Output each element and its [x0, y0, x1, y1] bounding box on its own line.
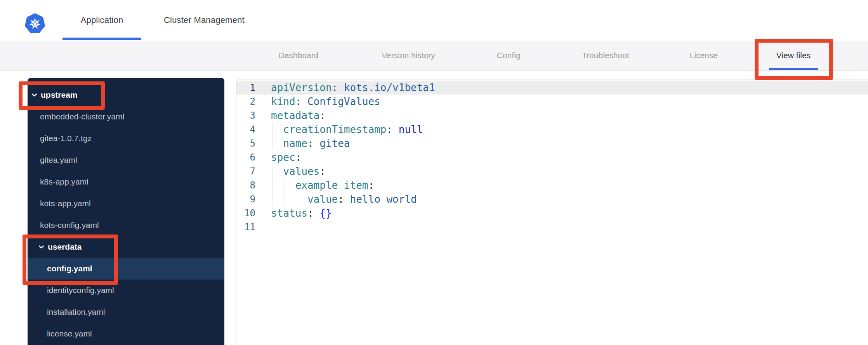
indent-guide — [273, 122, 273, 136]
tree-folder-upstream[interactable]: upstream — [28, 84, 224, 106]
code-line-content: value: hello world — [271, 192, 868, 206]
code-line-content — [271, 220, 868, 234]
code-line-5: 5 name: gitea — [236, 136, 868, 150]
line-number: 11 — [236, 222, 264, 233]
subnav-tab-license[interactable]: License — [690, 41, 718, 70]
token-p: : — [332, 82, 338, 93]
subnav-tab-dashboard[interactable]: Dashboard — [279, 41, 319, 70]
file-label: embedded-cluster.yaml — [40, 112, 124, 121]
token-plain — [301, 96, 307, 107]
indent-guide — [285, 178, 285, 192]
line-number: 8 — [236, 180, 264, 191]
code-line-6: 6spec: — [236, 150, 868, 164]
token-p: : — [386, 124, 392, 135]
code-line-content: creationTimestamp: null — [271, 122, 868, 136]
file-tree-sidebar: upstreamembedded-cluster.yamlgitea-1.0.7… — [28, 78, 224, 345]
file-label: k8s-app.yaml — [40, 177, 89, 186]
token-const: {} — [319, 207, 332, 219]
tree-file-config-yaml[interactable]: config.yaml — [28, 258, 224, 279]
tree-file-installation-yaml[interactable]: installation.yaml — [28, 301, 224, 323]
kubernetes-logo-icon — [24, 13, 45, 34]
line-number: 3 — [236, 110, 264, 121]
code-line-content: name: gitea — [271, 136, 868, 150]
code-line-content: spec: — [271, 150, 868, 164]
code-line-3: 3metadata: — [236, 109, 868, 122]
header-tabs: ApplicationCluster Management — [62, 0, 245, 40]
line-number: 5 — [236, 138, 264, 149]
token-key: name — [283, 138, 307, 149]
code-line-content: example_item: — [271, 178, 868, 192]
token-p: : — [319, 110, 326, 121]
indent-guide — [273, 192, 273, 206]
file-label: kots-app.yaml — [40, 199, 91, 208]
line-number: 7 — [236, 166, 264, 177]
file-content-viewer[interactable]: 1apiVersion: kots.io/v1beta12kind: Confi… — [236, 79, 868, 345]
token-p: : — [307, 207, 314, 219]
token-p: : — [295, 152, 302, 163]
token-plain — [392, 124, 399, 135]
token-plain — [314, 138, 320, 149]
tree-file-embedded-cluster-yaml[interactable]: embedded-cluster.yaml — [28, 106, 224, 128]
token-p: : — [338, 193, 344, 205]
tree-file-k8s-app-yaml[interactable]: k8s-app.yaml — [28, 171, 224, 193]
token-val: kots.io/v1beta1 — [344, 82, 435, 93]
code-line-8: 8 example_item: — [236, 178, 868, 192]
file-label: gitea-1.0.7.tgz — [40, 134, 92, 143]
code-line-content: values: — [271, 164, 868, 178]
tree-file-kots-app-yaml[interactable]: kots-app.yaml — [28, 193, 224, 214]
subnav-tab-view-files[interactable]: View files — [776, 41, 811, 70]
line-number: 2 — [236, 96, 264, 107]
token-key: example_item — [295, 179, 368, 191]
subnav-tab-config[interactable]: Config — [497, 41, 521, 70]
file-label: identityconfig.yaml — [47, 286, 114, 295]
line-number: 10 — [236, 208, 264, 219]
file-label: kots-config.yaml — [40, 221, 99, 230]
file-label: config.yaml — [47, 264, 92, 273]
indent-guide — [273, 136, 273, 150]
token-key: status — [271, 207, 307, 219]
subnav-tab-troubleshoot[interactable]: Troubleshoot — [582, 41, 629, 70]
code-line-content: apiVersion: kots.io/v1beta1 — [271, 81, 868, 95]
code-line-1: 1apiVersion: kots.io/v1beta1 — [236, 81, 868, 95]
tree-folder-userdata[interactable]: userdata — [28, 236, 224, 258]
indent-guide — [285, 192, 285, 206]
token-p: : — [319, 166, 326, 177]
token-key: value — [307, 193, 338, 205]
line-number: 9 — [236, 194, 264, 205]
code-line-9: 9 value: hello world — [236, 192, 868, 206]
file-label: gitea.yaml — [40, 155, 77, 165]
code-line-content: metadata: — [271, 109, 868, 122]
folder-label: upstream — [41, 90, 78, 100]
chevron-down-icon — [31, 93, 37, 97]
tree-file-gitea-1-0-7-tgz[interactable]: gitea-1.0.7.tgz — [28, 128, 224, 149]
token-val: ConfigValues — [307, 96, 380, 107]
tree-file-identityconfig-yaml[interactable]: identityconfig.yaml — [28, 279, 224, 301]
token-key: values — [283, 166, 319, 177]
app-subnav: DashboardVersion historyConfigTroublesho… — [0, 41, 868, 71]
tree-file-license-yaml[interactable]: license.yaml — [28, 323, 224, 345]
token-p: : — [368, 179, 374, 191]
indent-guide — [297, 192, 297, 206]
token-val: gitea — [319, 138, 350, 149]
tree-file-kots-config-yaml[interactable]: kots-config.yaml — [28, 214, 224, 236]
token-plain — [344, 193, 350, 205]
token-const: null — [399, 124, 423, 135]
line-number: 1 — [236, 82, 264, 93]
header-tab-application[interactable]: Application — [62, 0, 141, 40]
app-header: ApplicationCluster Management — [0, 0, 868, 40]
token-p: : — [295, 96, 302, 107]
file-label: installation.yaml — [47, 307, 105, 317]
token-key: apiVersion — [271, 82, 332, 93]
code-line-content: kind: ConfigValues — [271, 95, 868, 109]
token-key: creationTimestamp — [283, 124, 386, 135]
chevron-down-icon — [38, 245, 44, 249]
token-plain — [314, 207, 320, 219]
code-line-2: 2kind: ConfigValues — [236, 95, 868, 109]
subnav-tab-version-history[interactable]: Version history — [382, 41, 435, 70]
header-tab-cluster-management[interactable]: Cluster Management — [164, 0, 245, 40]
line-number: 6 — [236, 152, 264, 163]
indent-guide — [273, 178, 273, 192]
tree-file-gitea-yaml[interactable]: gitea.yaml — [28, 149, 224, 171]
token-key: kind — [271, 96, 295, 107]
token-p: : — [307, 138, 314, 149]
